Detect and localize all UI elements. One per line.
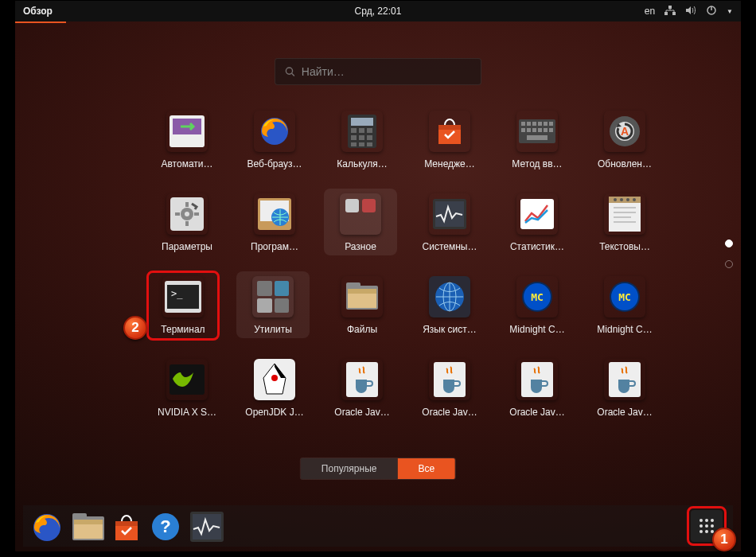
svg-point-57 <box>626 198 629 201</box>
files-icon <box>71 512 99 540</box>
app-midnight-commander-alt[interactable]: MCMidnight C… <box>588 276 661 335</box>
svg-rect-24 <box>521 122 525 126</box>
svg-point-98 <box>699 524 703 528</box>
system-monitor-icon <box>190 512 219 540</box>
volume-icon[interactable] <box>685 6 696 18</box>
openjdk-icon <box>254 359 295 400</box>
app-misc-folder[interactable]: Разное <box>324 189 397 255</box>
statistics-icon <box>516 193 558 235</box>
dock: ? <box>23 505 733 547</box>
svg-rect-86 <box>72 513 87 520</box>
nvidia-settings-icon <box>166 359 208 400</box>
app-label: Oracle Jav… <box>509 407 564 418</box>
software-sources-icon <box>254 193 295 235</box>
svg-point-55 <box>614 198 617 201</box>
search-input[interactable] <box>302 65 471 78</box>
app-terminal[interactable]: >_Терминал <box>146 271 220 341</box>
svg-rect-34 <box>544 128 548 132</box>
svg-rect-16 <box>359 135 364 140</box>
dock-ubuntu-software[interactable] <box>109 510 141 542</box>
app-oracle-java-2[interactable]: Oracle Jav… <box>413 359 486 418</box>
svg-point-96 <box>705 519 708 522</box>
dock-help[interactable]: ? <box>149 510 181 542</box>
app-label: Терминал <box>161 324 205 335</box>
app-midnight-commander[interactable]: MCMidnight C… <box>501 276 574 335</box>
app-label: Калькуля… <box>337 158 388 169</box>
dock-system-monitor[interactable] <box>189 510 220 542</box>
app-software-sources[interactable]: Програм… <box>238 193 311 252</box>
svg-rect-36 <box>527 135 548 140</box>
svg-point-99 <box>705 524 708 528</box>
svg-point-95 <box>699 519 703 522</box>
svg-text:A: A <box>621 125 629 138</box>
page-dot-2[interactable] <box>725 260 733 268</box>
clock[interactable]: Срд, 22:01 <box>355 6 402 17</box>
utilities-folder-icon <box>252 276 294 317</box>
svg-point-42 <box>185 212 189 216</box>
grid-filter-toggle: Популярные Все <box>300 458 456 480</box>
app-system-monitor[interactable]: Системны… <box>413 193 486 252</box>
app-nvidia-settings[interactable]: NVIDIA X S… <box>150 359 224 418</box>
automation-icon <box>166 111 208 152</box>
activities-button[interactable]: Обзор <box>23 6 53 17</box>
app-oracle-java-3[interactable]: Oracle Jav… <box>501 359 574 418</box>
svg-rect-27 <box>538 122 542 126</box>
midnight-commander-icon: MC <box>516 276 558 317</box>
svg-rect-14 <box>367 128 372 133</box>
svg-rect-67 <box>346 282 360 289</box>
app-utilities-folder[interactable]: Утилиты <box>236 271 310 338</box>
svg-point-101 <box>699 530 703 533</box>
svg-rect-0 <box>668 6 672 9</box>
toggle-all[interactable]: Все <box>397 458 455 479</box>
svg-rect-35 <box>549 128 553 132</box>
dock-files[interactable] <box>69 510 101 542</box>
svg-rect-32 <box>532 128 536 132</box>
app-files[interactable]: Файлы <box>325 276 399 335</box>
svg-point-56 <box>620 198 623 201</box>
search-icon <box>285 66 295 77</box>
annotation-badge-1: 1 <box>712 528 736 551</box>
toggle-frequent[interactable]: Популярные <box>301 458 398 479</box>
application-grid: Автомати…Веб-брауз…Калькуля…Менедже…Мето… <box>150 111 629 418</box>
app-openjdk[interactable]: OpenJDK J… <box>238 359 311 418</box>
keyboard-layout-indicator[interactable]: en <box>645 6 655 17</box>
software-updater-icon: A <box>604 111 645 152</box>
app-web-browser[interactable]: Веб-брауз… <box>238 111 311 169</box>
app-oracle-java-1[interactable]: Oracle Jav… <box>325 359 399 418</box>
app-settings[interactable]: Параметры <box>150 193 224 252</box>
power-icon[interactable] <box>706 5 717 18</box>
app-language[interactable]: Язык сист… <box>413 276 486 335</box>
oracle-java-1-icon <box>341 359 383 400</box>
app-automation[interactable]: Автомати… <box>150 111 224 169</box>
app-label: Oracle Jav… <box>597 407 652 418</box>
svg-text:?: ? <box>160 516 170 536</box>
oracle-java-2-icon <box>429 359 470 400</box>
system-monitor-icon <box>429 193 470 235</box>
network-icon[interactable] <box>664 6 676 18</box>
svg-rect-15 <box>351 135 357 140</box>
app-software-manager[interactable]: Менедже… <box>413 111 486 169</box>
app-input-method[interactable]: Метод вв… <box>501 111 574 169</box>
terminal-icon: >_ <box>162 276 204 317</box>
app-software-updater[interactable]: AОбновлен… <box>588 111 661 169</box>
app-text-editor[interactable]: Текстовы… <box>588 193 661 252</box>
app-calculator[interactable]: Калькуля… <box>325 111 399 169</box>
activities-underline <box>15 21 66 23</box>
svg-point-102 <box>705 530 708 533</box>
chevron-down-icon[interactable]: ▼ <box>727 8 733 15</box>
svg-point-79 <box>271 375 278 381</box>
oracle-java-3-icon <box>516 359 558 400</box>
language-icon <box>429 276 470 317</box>
svg-point-97 <box>711 519 714 522</box>
svg-rect-18 <box>351 142 357 146</box>
help-icon: ? <box>150 512 179 540</box>
app-statistics[interactable]: Статистик… <box>501 193 574 252</box>
page-dot-1[interactable] <box>725 240 733 247</box>
app-oracle-java-4[interactable]: Oracle Jav… <box>588 359 661 418</box>
page-indicator[interactable] <box>725 240 733 268</box>
dock-firefox[interactable] <box>29 510 61 542</box>
svg-point-100 <box>711 524 714 528</box>
files-icon <box>341 276 383 317</box>
svg-rect-28 <box>544 122 548 126</box>
search-field[interactable] <box>275 58 481 85</box>
